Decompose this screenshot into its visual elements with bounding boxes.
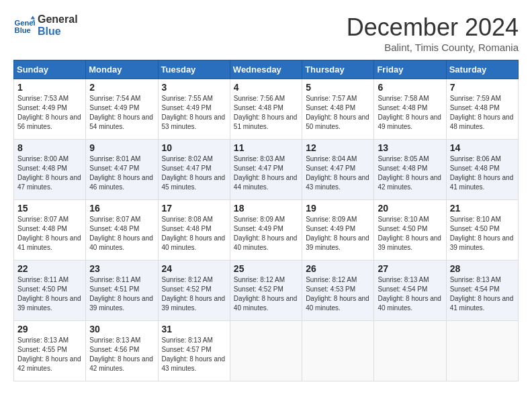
calendar-week-row: 1 Sunrise: 7:53 AM Sunset: 4:49 PM Dayli… — [14, 79, 519, 140]
day-number: 11 — [234, 142, 298, 153]
day-number: 20 — [378, 203, 442, 214]
day-info: Sunrise: 8:01 AM Sunset: 4:47 PM Dayligh… — [89, 154, 154, 192]
day-number: 19 — [306, 203, 370, 214]
day-info: Sunrise: 8:09 AM Sunset: 4:49 PM Dayligh… — [234, 215, 298, 253]
day-info: Sunrise: 8:13 AM Sunset: 4:55 PM Dayligh… — [17, 336, 82, 373]
day-info: Sunrise: 8:11 AM Sunset: 4:51 PM Dayligh… — [89, 275, 154, 313]
day-number: 29 — [17, 324, 82, 334]
day-number: 2 — [89, 82, 154, 93]
weekday-header-cell: Friday — [374, 60, 446, 79]
page-header: General Blue General Blue December 2024 … — [13, 13, 519, 53]
day-info: Sunrise: 7:54 AM Sunset: 4:49 PM Dayligh… — [89, 94, 154, 132]
logo-line2: Blue — [38, 26, 78, 38]
day-info: Sunrise: 8:00 AM Sunset: 4:48 PM Dayligh… — [17, 154, 82, 192]
svg-text:General: General — [15, 19, 35, 27]
calendar-day-cell: 24 Sunrise: 8:12 AM Sunset: 4:52 PM Dayl… — [158, 261, 230, 321]
calendar-day-cell: 21 Sunrise: 8:10 AM Sunset: 4:50 PM Dayl… — [446, 200, 518, 261]
calendar-day-cell: 31 Sunrise: 8:13 AM Sunset: 4:57 PM Dayl… — [158, 321, 230, 381]
calendar-day-cell: 16 Sunrise: 8:07 AM Sunset: 4:48 PM Dayl… — [86, 200, 158, 261]
calendar-day-cell: 3 Sunrise: 7:55 AM Sunset: 4:49 PM Dayli… — [158, 79, 230, 140]
calendar-day-cell: 2 Sunrise: 7:54 AM Sunset: 4:49 PM Dayli… — [86, 79, 158, 140]
day-info: Sunrise: 8:03 AM Sunset: 4:47 PM Dayligh… — [234, 154, 298, 192]
title-section: December 2024 Balint, Timis County, Roma… — [347, 13, 519, 53]
day-info: Sunrise: 7:59 AM Sunset: 4:48 PM Dayligh… — [450, 94, 515, 132]
weekday-header-cell: Saturday — [446, 60, 518, 79]
calendar-day-cell: 22 Sunrise: 8:11 AM Sunset: 4:50 PM Dayl… — [14, 261, 86, 321]
day-info: Sunrise: 7:55 AM Sunset: 4:49 PM Dayligh… — [162, 94, 226, 132]
calendar-day-cell: 5 Sunrise: 7:57 AM Sunset: 4:48 PM Dayli… — [302, 79, 374, 140]
calendar-day-cell: 11 Sunrise: 8:03 AM Sunset: 4:47 PM Dayl… — [230, 140, 302, 200]
day-info: Sunrise: 7:58 AM Sunset: 4:48 PM Dayligh… — [378, 94, 442, 132]
day-number: 16 — [89, 203, 154, 214]
day-info: Sunrise: 8:09 AM Sunset: 4:49 PM Dayligh… — [306, 215, 370, 253]
day-number: 23 — [89, 263, 154, 274]
day-info: Sunrise: 8:13 AM Sunset: 4:54 PM Dayligh… — [378, 275, 442, 313]
calendar-day-cell — [302, 321, 374, 381]
month-title: December 2024 — [347, 13, 519, 42]
day-number: 8 — [17, 142, 82, 153]
day-info: Sunrise: 8:07 AM Sunset: 4:48 PM Dayligh… — [89, 215, 154, 253]
day-info: Sunrise: 8:02 AM Sunset: 4:47 PM Dayligh… — [162, 154, 226, 192]
day-number: 7 — [450, 82, 515, 93]
weekday-header-cell: Thursday — [302, 60, 374, 79]
calendar-day-cell: 27 Sunrise: 8:13 AM Sunset: 4:54 PM Dayl… — [374, 261, 446, 321]
day-number: 30 — [89, 324, 154, 334]
calendar-day-cell: 6 Sunrise: 7:58 AM Sunset: 4:48 PM Dayli… — [374, 79, 446, 140]
day-info: Sunrise: 8:13 AM Sunset: 4:57 PM Dayligh… — [162, 336, 226, 373]
weekday-header-cell: Monday — [86, 60, 158, 79]
calendar-day-cell: 1 Sunrise: 7:53 AM Sunset: 4:49 PM Dayli… — [14, 79, 86, 140]
calendar-table: SundayMondayTuesdayWednesdayThursdayFrid… — [13, 60, 519, 381]
weekday-header-cell: Tuesday — [158, 60, 230, 79]
day-info: Sunrise: 8:12 AM Sunset: 4:53 PM Dayligh… — [306, 275, 370, 313]
day-info: Sunrise: 8:04 AM Sunset: 4:47 PM Dayligh… — [306, 154, 370, 192]
day-info: Sunrise: 7:57 AM Sunset: 4:48 PM Dayligh… — [306, 94, 370, 132]
day-number: 9 — [89, 142, 154, 153]
day-info: Sunrise: 8:11 AM Sunset: 4:50 PM Dayligh… — [17, 275, 82, 313]
location-subtitle: Balint, Timis County, Romania — [347, 42, 519, 53]
calendar-day-cell: 18 Sunrise: 8:09 AM Sunset: 4:49 PM Dayl… — [230, 200, 302, 261]
calendar-day-cell: 23 Sunrise: 8:11 AM Sunset: 4:51 PM Dayl… — [86, 261, 158, 321]
logo: General Blue General Blue — [13, 13, 78, 37]
day-number: 31 — [162, 324, 226, 334]
svg-marker-2 — [31, 15, 35, 19]
day-number: 26 — [306, 263, 370, 274]
calendar-day-cell: 12 Sunrise: 8:04 AM Sunset: 4:47 PM Dayl… — [302, 140, 374, 200]
calendar-day-cell: 13 Sunrise: 8:05 AM Sunset: 4:48 PM Dayl… — [374, 140, 446, 200]
calendar-week-row: 8 Sunrise: 8:00 AM Sunset: 4:48 PM Dayli… — [14, 140, 519, 200]
day-info: Sunrise: 8:12 AM Sunset: 4:52 PM Dayligh… — [234, 275, 298, 313]
calendar-week-row: 29 Sunrise: 8:13 AM Sunset: 4:55 PM Dayl… — [14, 321, 519, 381]
calendar-day-cell: 14 Sunrise: 8:06 AM Sunset: 4:48 PM Dayl… — [446, 140, 518, 200]
day-number: 21 — [450, 203, 515, 214]
day-number: 1 — [17, 82, 82, 93]
day-number: 15 — [17, 203, 82, 214]
day-info: Sunrise: 8:13 AM Sunset: 4:54 PM Dayligh… — [450, 275, 515, 313]
calendar-day-cell: 26 Sunrise: 8:12 AM Sunset: 4:53 PM Dayl… — [302, 261, 374, 321]
day-number: 22 — [17, 263, 82, 274]
calendar-day-cell: 7 Sunrise: 7:59 AM Sunset: 4:48 PM Dayli… — [446, 79, 518, 140]
day-number: 5 — [306, 82, 370, 93]
calendar-body: 1 Sunrise: 7:53 AM Sunset: 4:49 PM Dayli… — [14, 79, 519, 381]
calendar-day-cell: 19 Sunrise: 8:09 AM Sunset: 4:49 PM Dayl… — [302, 200, 374, 261]
day-info: Sunrise: 8:12 AM Sunset: 4:52 PM Dayligh… — [162, 275, 226, 313]
day-info: Sunrise: 8:08 AM Sunset: 4:48 PM Dayligh… — [162, 215, 226, 253]
day-number: 25 — [234, 263, 298, 274]
calendar-week-row: 22 Sunrise: 8:11 AM Sunset: 4:50 PM Dayl… — [14, 261, 519, 321]
calendar-day-cell: 20 Sunrise: 8:10 AM Sunset: 4:50 PM Dayl… — [374, 200, 446, 261]
calendar-day-cell: 10 Sunrise: 8:02 AM Sunset: 4:47 PM Dayl… — [158, 140, 230, 200]
calendar-day-cell — [230, 321, 302, 381]
day-number: 3 — [162, 82, 226, 93]
day-number: 10 — [162, 142, 226, 153]
day-info: Sunrise: 8:13 AM Sunset: 4:56 PM Dayligh… — [89, 336, 154, 373]
weekday-header-row: SundayMondayTuesdayWednesdayThursdayFrid… — [14, 60, 519, 79]
day-number: 12 — [306, 142, 370, 153]
day-number: 14 — [450, 142, 515, 153]
day-info: Sunrise: 8:10 AM Sunset: 4:50 PM Dayligh… — [450, 215, 515, 253]
svg-text:Blue: Blue — [15, 26, 31, 34]
logo-icon: General Blue — [13, 15, 35, 36]
day-number: 4 — [234, 82, 298, 93]
day-number: 24 — [162, 263, 226, 274]
day-number: 13 — [378, 142, 442, 153]
calendar-week-row: 15 Sunrise: 8:07 AM Sunset: 4:48 PM Dayl… — [14, 200, 519, 261]
day-info: Sunrise: 7:53 AM Sunset: 4:49 PM Dayligh… — [17, 94, 82, 132]
calendar-day-cell: 17 Sunrise: 8:08 AM Sunset: 4:48 PM Dayl… — [158, 200, 230, 261]
